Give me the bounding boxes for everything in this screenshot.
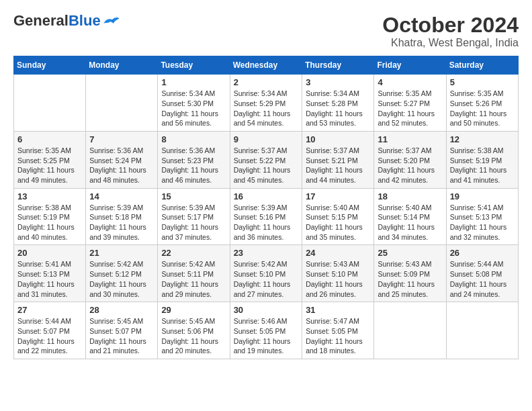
day-number: 19	[450, 191, 515, 201]
day-number: 28	[89, 305, 154, 315]
day-info: Sunrise: 5:42 AMSunset: 5:12 PMDaylight:…	[89, 259, 154, 299]
day-number: 3	[306, 77, 370, 87]
day-info: Sunrise: 5:38 AMSunset: 5:19 PMDaylight:…	[17, 203, 82, 242]
day-cell	[374, 302, 446, 359]
day-number: 4	[378, 77, 442, 87]
day-number: 13	[17, 191, 82, 201]
day-info: Sunrise: 5:39 AMSunset: 5:17 PMDaylight:…	[161, 203, 226, 242]
day-number: 20	[17, 248, 82, 258]
day-cell: 4Sunrise: 5:35 AMSunset: 5:27 PMDaylight…	[374, 75, 446, 132]
day-cell: 12Sunrise: 5:38 AMSunset: 5:19 PMDayligh…	[446, 131, 518, 188]
day-number: 12	[450, 134, 515, 144]
day-cell: 31Sunrise: 5:47 AMSunset: 5:05 PMDayligh…	[302, 302, 374, 359]
day-cell: 16Sunrise: 5:39 AMSunset: 5:16 PMDayligh…	[230, 188, 302, 245]
header-row: SundayMondayTuesdayWednesdayThursdayFrid…	[14, 56, 519, 75]
day-cell: 28Sunrise: 5:45 AMSunset: 5:07 PMDayligh…	[86, 302, 158, 359]
day-info: Sunrise: 5:35 AMSunset: 5:26 PMDaylight:…	[450, 89, 515, 128]
column-header-saturday: Saturday	[446, 56, 518, 75]
day-number: 23	[234, 248, 299, 258]
week-row-4: 20Sunrise: 5:41 AMSunset: 5:13 PMDayligh…	[14, 245, 519, 302]
page-title: October 2024	[382, 13, 519, 37]
title-block: October 2024 Khatra, West Bengal, India	[382, 13, 519, 49]
day-cell: 27Sunrise: 5:44 AMSunset: 5:07 PMDayligh…	[14, 302, 86, 359]
day-number: 1	[161, 77, 226, 87]
day-info: Sunrise: 5:45 AMSunset: 5:07 PMDaylight:…	[89, 316, 154, 356]
day-cell: 11Sunrise: 5:37 AMSunset: 5:20 PMDayligh…	[374, 131, 446, 188]
week-row-5: 27Sunrise: 5:44 AMSunset: 5:07 PMDayligh…	[14, 302, 519, 359]
calendar-body: 1Sunrise: 5:34 AMSunset: 5:30 PMDaylight…	[14, 75, 519, 359]
day-cell: 14Sunrise: 5:39 AMSunset: 5:18 PMDayligh…	[86, 188, 158, 245]
day-number: 15	[161, 191, 226, 201]
logo-text: GeneralBlue	[13, 13, 101, 28]
day-number: 8	[161, 134, 226, 144]
day-info: Sunrise: 5:46 AMSunset: 5:05 PMDaylight:…	[234, 316, 299, 356]
day-number: 16	[234, 191, 299, 201]
day-number: 21	[89, 248, 154, 258]
day-cell: 10Sunrise: 5:37 AMSunset: 5:21 PMDayligh…	[302, 131, 374, 188]
day-number: 30	[234, 305, 299, 315]
day-cell: 18Sunrise: 5:40 AMSunset: 5:14 PMDayligh…	[374, 188, 446, 245]
day-cell: 1Sunrise: 5:34 AMSunset: 5:30 PMDaylight…	[158, 75, 230, 132]
calendar-header: SundayMondayTuesdayWednesdayThursdayFrid…	[14, 56, 519, 75]
day-cell: 17Sunrise: 5:40 AMSunset: 5:15 PMDayligh…	[302, 188, 374, 245]
week-row-3: 13Sunrise: 5:38 AMSunset: 5:19 PMDayligh…	[14, 188, 519, 245]
column-header-tuesday: Tuesday	[158, 56, 230, 75]
day-cell: 13Sunrise: 5:38 AMSunset: 5:19 PMDayligh…	[14, 188, 86, 245]
day-info: Sunrise: 5:40 AMSunset: 5:15 PMDaylight:…	[306, 203, 370, 242]
day-info: Sunrise: 5:39 AMSunset: 5:18 PMDaylight:…	[89, 203, 154, 242]
day-cell: 15Sunrise: 5:39 AMSunset: 5:17 PMDayligh…	[158, 188, 230, 245]
day-cell	[14, 75, 86, 132]
day-number: 11	[378, 134, 442, 144]
logo: GeneralBlue	[13, 13, 121, 28]
day-number: 9	[234, 134, 299, 144]
day-info: Sunrise: 5:45 AMSunset: 5:06 PMDaylight:…	[161, 316, 226, 356]
page-subtitle: Khatra, West Bengal, India	[382, 37, 519, 49]
day-cell	[86, 75, 158, 132]
column-header-thursday: Thursday	[302, 56, 374, 75]
day-info: Sunrise: 5:35 AMSunset: 5:25 PMDaylight:…	[17, 146, 82, 185]
day-cell: 29Sunrise: 5:45 AMSunset: 5:06 PMDayligh…	[158, 302, 230, 359]
day-info: Sunrise: 5:34 AMSunset: 5:28 PMDaylight:…	[306, 89, 370, 128]
day-number: 17	[306, 191, 370, 201]
day-info: Sunrise: 5:41 AMSunset: 5:13 PMDaylight:…	[17, 259, 82, 299]
day-info: Sunrise: 5:38 AMSunset: 5:19 PMDaylight:…	[450, 146, 515, 185]
day-cell: 21Sunrise: 5:42 AMSunset: 5:12 PMDayligh…	[86, 245, 158, 302]
day-cell: 30Sunrise: 5:46 AMSunset: 5:05 PMDayligh…	[230, 302, 302, 359]
day-info: Sunrise: 5:44 AMSunset: 5:07 PMDaylight:…	[17, 316, 82, 356]
day-info: Sunrise: 5:42 AMSunset: 5:11 PMDaylight:…	[161, 259, 226, 299]
day-number: 29	[161, 305, 226, 315]
day-number: 14	[89, 191, 154, 201]
day-info: Sunrise: 5:42 AMSunset: 5:10 PMDaylight:…	[234, 259, 299, 299]
day-info: Sunrise: 5:40 AMSunset: 5:14 PMDaylight:…	[378, 203, 442, 242]
day-cell: 26Sunrise: 5:44 AMSunset: 5:08 PMDayligh…	[446, 245, 518, 302]
day-cell: 3Sunrise: 5:34 AMSunset: 5:28 PMDaylight…	[302, 75, 374, 132]
day-cell: 23Sunrise: 5:42 AMSunset: 5:10 PMDayligh…	[230, 245, 302, 302]
day-cell: 7Sunrise: 5:36 AMSunset: 5:24 PMDaylight…	[86, 131, 158, 188]
day-info: Sunrise: 5:34 AMSunset: 5:29 PMDaylight:…	[234, 89, 299, 128]
week-row-1: 1Sunrise: 5:34 AMSunset: 5:30 PMDaylight…	[14, 75, 519, 132]
day-info: Sunrise: 5:34 AMSunset: 5:30 PMDaylight:…	[161, 89, 226, 128]
day-info: Sunrise: 5:37 AMSunset: 5:20 PMDaylight:…	[378, 146, 442, 185]
calendar-table: SundayMondayTuesdayWednesdayThursdayFrid…	[13, 56, 519, 359]
column-header-friday: Friday	[374, 56, 446, 75]
column-header-wednesday: Wednesday	[230, 56, 302, 75]
day-info: Sunrise: 5:37 AMSunset: 5:21 PMDaylight:…	[306, 146, 370, 185]
day-number: 6	[17, 134, 82, 144]
day-number: 18	[378, 191, 442, 201]
day-info: Sunrise: 5:41 AMSunset: 5:13 PMDaylight:…	[450, 203, 515, 242]
day-info: Sunrise: 5:44 AMSunset: 5:08 PMDaylight:…	[450, 259, 515, 299]
column-header-monday: Monday	[86, 56, 158, 75]
day-info: Sunrise: 5:43 AMSunset: 5:09 PMDaylight:…	[378, 259, 442, 299]
day-number: 26	[450, 248, 515, 258]
day-number: 5	[450, 77, 515, 87]
page-header: GeneralBlue October 2024 Khatra, West Be…	[13, 13, 519, 49]
day-cell	[446, 302, 518, 359]
day-info: Sunrise: 5:47 AMSunset: 5:05 PMDaylight:…	[306, 316, 370, 356]
day-cell: 20Sunrise: 5:41 AMSunset: 5:13 PMDayligh…	[14, 245, 86, 302]
day-cell: 6Sunrise: 5:35 AMSunset: 5:25 PMDaylight…	[14, 131, 86, 188]
day-number: 24	[306, 248, 370, 258]
column-header-sunday: Sunday	[14, 56, 86, 75]
day-cell: 19Sunrise: 5:41 AMSunset: 5:13 PMDayligh…	[446, 188, 518, 245]
day-info: Sunrise: 5:37 AMSunset: 5:22 PMDaylight:…	[234, 146, 299, 185]
day-number: 25	[378, 248, 442, 258]
